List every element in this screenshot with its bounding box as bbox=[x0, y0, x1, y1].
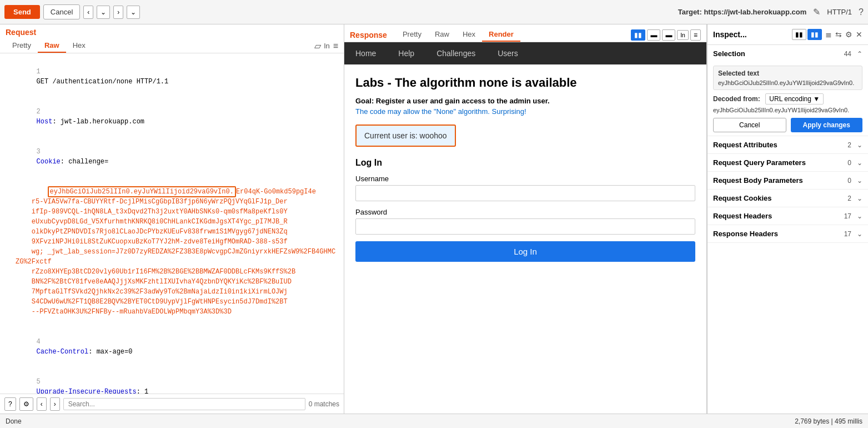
edit-icon[interactable]: ✎ bbox=[813, 7, 820, 17]
action-buttons: Cancel Apply changes bbox=[713, 118, 862, 132]
login-button[interactable]: Log In bbox=[355, 241, 695, 262]
tab-response-render[interactable]: Render bbox=[482, 28, 520, 42]
status-right: 2,769 bytes | 495 millis bbox=[795, 417, 862, 425]
line-content-1: GET /authentication/none HTTP/1.1 bbox=[37, 78, 169, 86]
response-title: Response bbox=[350, 31, 387, 39]
response-headers-section: Response Headers 17 ⌄ bbox=[708, 225, 868, 243]
decoded-encoding-dropdown[interactable]: URL encoding ▼ bbox=[765, 93, 824, 104]
request-body-params-header[interactable]: Request Body Parameters 0 ⌄ bbox=[708, 172, 868, 189]
line-content-2: Host bbox=[37, 118, 53, 126]
nav-prev-button[interactable]: ‹ bbox=[83, 6, 93, 19]
page-heading: Labs - The algorithm none is available bbox=[355, 76, 695, 90]
request-attributes-count: 2 bbox=[847, 141, 851, 149]
request-body[interactable]: 1 GET /authentication/none HTTP/1.1 2 Ho… bbox=[0, 53, 344, 394]
response-panel: Response Pretty Raw Hex Render ▮▮ ▬ ▬ ln… bbox=[344, 24, 707, 414]
response-headers-label: Response Headers bbox=[713, 230, 778, 238]
insp-view2-icon[interactable]: ▮▮ bbox=[807, 29, 822, 40]
cancel-button[interactable]: Cancel bbox=[43, 4, 80, 19]
nav-down-button[interactable]: ⌄ bbox=[97, 6, 110, 19]
nav-down2-button[interactable]: ⌄ bbox=[127, 6, 140, 19]
username-input[interactable] bbox=[355, 185, 695, 201]
view-stacked-icon[interactable]: ▬ bbox=[647, 29, 660, 41]
selected-text-label: Selected text bbox=[718, 69, 857, 77]
selected-text-box: Selected text eyJhbGciOiJub25lIIn0.eyJuY… bbox=[713, 66, 862, 90]
request-cookies-label: Request Cookies bbox=[713, 194, 771, 202]
goal-text: Goal: Register a user and gain access to… bbox=[355, 97, 695, 105]
request-attributes-chevron-icon: ⌄ bbox=[857, 141, 862, 149]
request-body-params-count: 0 bbox=[847, 177, 851, 185]
tab-request-pretty[interactable]: Pretty bbox=[6, 39, 38, 53]
request-cookies-section: Request Cookies 2 ⌄ bbox=[708, 190, 868, 207]
search-prev-icon[interactable]: ‹ bbox=[37, 397, 47, 411]
response-headers-header[interactable]: Response Headers 17 ⌄ bbox=[708, 225, 868, 242]
tab-response-hex[interactable]: Hex bbox=[456, 28, 482, 42]
search-input[interactable] bbox=[63, 398, 305, 410]
request-query-params-header[interactable]: Request Query Parameters 0 ⌄ bbox=[708, 154, 868, 171]
line-num-5: 5 bbox=[37, 377, 43, 387]
copy-icon[interactable]: ▱ bbox=[314, 41, 321, 51]
nav-challenges[interactable]: Challenges bbox=[425, 42, 486, 64]
nav-home[interactable]: Home bbox=[344, 42, 387, 64]
selected-text-value: eyJhbGciOiJub25lIIn0.eyJuYW1lIijoid29vaG… bbox=[718, 79, 857, 86]
insp-view-toggle: ▮▮ ▮▮ bbox=[792, 29, 822, 40]
request-headers-label: Request Headers bbox=[713, 212, 772, 220]
request-query-params-section: Request Query Parameters 0 ⌄ bbox=[708, 154, 868, 172]
response-headers-count: 17 bbox=[844, 230, 851, 238]
line-num-3: 3 bbox=[37, 147, 43, 157]
target-url: Target: https://jwt-lab.herokuapp.com bbox=[678, 8, 807, 16]
request-line-3: 3 Cookie: challenge= bbox=[4, 137, 339, 177]
request-headers-section: Request Headers 17 ⌄ bbox=[708, 207, 868, 225]
request-cookies-chevron-icon: ⌄ bbox=[857, 195, 862, 202]
search-settings-icon[interactable]: ⚙ bbox=[19, 397, 33, 411]
line-num-2: 2 bbox=[37, 107, 43, 117]
view-side-by-side-icon[interactable]: ▮▮ bbox=[631, 29, 645, 41]
send-button[interactable]: Send bbox=[4, 5, 40, 19]
view-response-ln-icon[interactable]: ln bbox=[677, 30, 689, 40]
apply-changes-button[interactable]: Apply changes bbox=[791, 118, 863, 132]
insp-align-icon[interactable]: ≣ bbox=[825, 30, 832, 39]
selection-section-header[interactable]: Selection 44 ⌃ bbox=[708, 45, 868, 62]
inspector-title: Inspect... bbox=[713, 30, 789, 39]
inspector-panel: Inspect... ▮▮ ▮▮ ≣ ⇆ ⚙ ✕ Selection 44 ⌃ … bbox=[707, 24, 868, 414]
tab-request-hex[interactable]: Hex bbox=[66, 39, 92, 53]
cancel-insp-button[interactable]: Cancel bbox=[713, 118, 786, 132]
menu-icon[interactable]: ≡ bbox=[333, 41, 338, 51]
request-attributes-label: Request Attributes bbox=[713, 141, 777, 149]
request-headers-header[interactable]: Request Headers 17 ⌄ bbox=[708, 207, 868, 225]
search-help-icon[interactable]: ? bbox=[4, 397, 16, 411]
tab-response-raw[interactable]: Raw bbox=[428, 28, 456, 42]
request-panel-header: Request Pretty Raw Hex ▱ ln ≡ bbox=[0, 24, 344, 53]
request-line-4: 4 Cache-Control: max-age=0 bbox=[4, 327, 339, 367]
fake-browser: Home Help Challenges Users bbox=[344, 42, 706, 64]
request-body-params-chevron-icon: ⌄ bbox=[857, 177, 862, 185]
insp-close-icon[interactable]: ✕ bbox=[856, 30, 862, 39]
nav-users[interactable]: Users bbox=[486, 42, 529, 64]
decoded-label: Decoded from: bbox=[713, 95, 760, 103]
selection-count: 44 bbox=[844, 50, 851, 58]
password-input[interactable] bbox=[355, 218, 695, 235]
selection-chevron-icon: ⌃ bbox=[857, 50, 862, 58]
insp-split-icon[interactable]: ⇆ bbox=[835, 30, 842, 39]
tab-request-raw[interactable]: Raw bbox=[38, 39, 66, 53]
view-full-icon[interactable]: ▬ bbox=[662, 29, 675, 41]
request-attributes-header[interactable]: Request Attributes 2 ⌄ bbox=[708, 136, 868, 153]
username-label: Username bbox=[355, 175, 695, 183]
search-next-icon[interactable]: › bbox=[50, 397, 60, 411]
request-line-2: 2 Host: jwt-lab.herokuapp.com bbox=[4, 97, 339, 137]
response-headers-chevron-icon: ⌄ bbox=[857, 230, 862, 238]
current-user-box: Current user is: woohoo bbox=[355, 125, 456, 147]
toolbar-left: Send Cancel ‹ ⌄ › ⌄ bbox=[4, 4, 140, 19]
nav-help[interactable]: Help bbox=[387, 42, 425, 64]
nav-next-button[interactable]: › bbox=[113, 6, 123, 19]
view-toggle: ▮▮ ▬ ▬ ln ≡ bbox=[631, 29, 701, 41]
ln-icon[interactable]: ln bbox=[324, 42, 330, 50]
insp-settings-icon[interactable]: ⚙ bbox=[845, 30, 852, 39]
tab-response-pretty[interactable]: Pretty bbox=[396, 28, 428, 42]
cookie-highlight: eyJhbGciOiJub25lIIn0.eyJuYW1lIijoid29vaG… bbox=[48, 186, 236, 197]
insp-view1-icon[interactable]: ▮▮ bbox=[792, 29, 806, 40]
help-icon[interactable]: ? bbox=[859, 7, 864, 17]
request-cookies-header[interactable]: Request Cookies 2 ⌄ bbox=[708, 190, 868, 207]
view-response-menu-icon[interactable]: ≡ bbox=[690, 29, 701, 41]
render-content[interactable]: Home Help Challenges Users Labs - The al… bbox=[344, 42, 706, 414]
request-attributes-section: Request Attributes 2 ⌄ bbox=[708, 136, 868, 154]
